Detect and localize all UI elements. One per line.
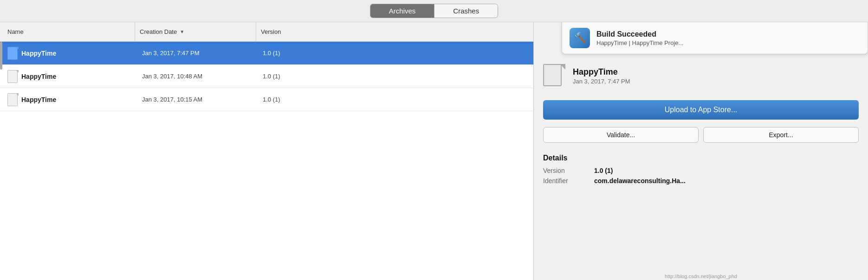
table-row[interactable]: HappyTime Jan 3, 2017, 10:48 AM 1.0 (1) [0,65,533,88]
export-button[interactable]: Export... [703,127,859,143]
archive-file-icon [7,70,19,83]
detail-name: HappyTime [573,67,859,77]
detail-archive-icon [543,64,565,88]
detail-identifier-row: Identifier com.delawareconsulting.Ha... [543,177,859,185]
archive-list: HappyTime Jan 3, 2017, 7:47 PM 1.0 (1) H… [0,42,533,280]
detail-version-row: Version 1.0 (1) [543,167,859,174]
archive-file-icon [7,93,19,107]
details-section: Details Version 1.0 (1) Identifier com.d… [543,150,859,191]
tab-bar: Archives Crashes [0,0,868,22]
row-version: 1.0 (1) [258,50,533,57]
build-project-name: HappyTime | HappyTime Proje... [596,39,860,46]
table-row[interactable]: HappyTime Jan 3, 2017, 7:47 PM 1.0 (1) [0,42,533,65]
table-row[interactable]: HappyTime Jan 3, 2017, 10:15 AM 1.0 (1) [0,88,533,111]
row-version: 1.0 (1) [258,96,533,103]
detail-version-value: 1.0 (1) [594,167,613,174]
detail-date: Jan 3, 2017, 7:47 PM [573,78,859,85]
col-header-creation-date[interactable]: Creation Date ▼ [135,28,256,35]
details-title: Details [543,154,859,162]
row-version: 1.0 (1) [258,73,533,80]
right-panel: 🔨 Build Succeeded HappyTime | HappyTime … [534,22,868,280]
row-name: HappyTime [21,50,137,57]
build-info: Build Succeeded HappyTime | HappyTime Pr… [596,30,860,46]
detail-info: HappyTime Jan 3, 2017, 7:47 PM [573,67,859,85]
row-name: HappyTime [21,73,137,80]
left-panel: Name Creation Date ▼ Version [0,22,534,280]
tab-crashes[interactable]: Crashes [434,4,498,18]
column-headers: Name Creation Date ▼ Version [0,22,533,42]
build-succeeded-title: Build Succeeded [596,30,860,38]
main-layout: Name Creation Date ▼ Version [0,22,868,280]
tab-group: Archives Crashes [370,4,498,18]
row-date: Jan 3, 2017, 7:47 PM [137,50,258,57]
col-header-name: Name [0,28,135,35]
upload-to-app-store-button[interactable]: Upload to App Store... [543,100,859,120]
row-name: HappyTime [21,96,137,103]
build-notification: 🔨 Build Succeeded HappyTime | HappyTime … [562,22,868,54]
row-icon [5,70,21,83]
right-content: HappyTime Jan 3, 2017, 7:47 PM Upload to… [534,50,868,200]
watermark: http://blog.csdn.net/jiangbo_phd [534,274,868,279]
tab-archives[interactable]: Archives [370,4,435,18]
detail-version-label: Version [543,167,594,174]
archive-detail-header: HappyTime Jan 3, 2017, 7:47 PM [543,59,859,93]
detail-identifier-value: com.delawareconsulting.Ha... [594,177,686,185]
row-date: Jan 3, 2017, 10:48 AM [137,73,258,80]
row-icon [5,93,21,107]
sort-arrow-icon: ▼ [180,29,184,34]
validate-button[interactable]: Validate... [543,127,699,143]
detail-identifier-label: Identifier [543,177,594,185]
row-icon [5,46,21,60]
archive-file-icon [7,46,19,60]
col-header-version: Version [256,28,533,35]
build-hammer-icon: 🔨 [570,28,590,48]
row-date: Jan 3, 2017, 10:15 AM [137,96,258,103]
scroll-indicator [0,42,2,70]
action-row: Validate... Export... [543,127,859,143]
